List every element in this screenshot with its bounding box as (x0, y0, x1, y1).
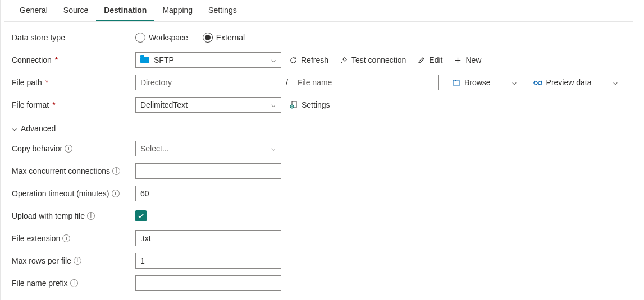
plus-icon (454, 56, 462, 64)
info-icon: i (70, 279, 78, 287)
refresh-icon (289, 56, 298, 64)
radio-external[interactable]: External (203, 33, 245, 43)
info-icon: i (87, 212, 95, 220)
format-settings-label: Settings (302, 100, 330, 109)
new-label: New (465, 56, 481, 64)
required-asterisk: * (45, 78, 48, 87)
max-concurrent-input[interactable] (135, 163, 281, 179)
refresh-label: Refresh (301, 56, 328, 64)
label-copy-behavior: Copy behavior (12, 144, 62, 153)
radio-external-label: External (216, 33, 245, 42)
chevron-down-icon (613, 79, 618, 85)
edit-label: Edit (429, 56, 442, 64)
preview-data-button[interactable]: Preview data (529, 78, 595, 87)
edit-button[interactable]: Edit (414, 56, 446, 64)
refresh-button[interactable]: Refresh (286, 56, 332, 64)
tab-destination[interactable]: Destination (96, 0, 154, 21)
folder-icon (452, 78, 461, 87)
copy-behavior-placeholder: Select... (140, 144, 169, 153)
preview-data-label: Preview data (546, 78, 592, 87)
new-button[interactable]: New (450, 56, 485, 64)
radio-workspace[interactable]: Workspace (135, 33, 188, 43)
radio-circle-icon (203, 33, 213, 43)
directory-input[interactable] (135, 75, 281, 90)
max-rows-input[interactable] (135, 253, 281, 269)
required-asterisk: * (52, 100, 55, 109)
label-max-concurrent: Max concurrent connections (12, 167, 110, 176)
label-file-path: File path (12, 78, 42, 87)
required-asterisk: * (55, 56, 58, 64)
tab-mapping[interactable]: Mapping (154, 0, 200, 21)
info-icon: i (112, 190, 120, 197)
info-icon: i (65, 145, 72, 153)
chevron-down-icon (271, 145, 276, 151)
chevron-down-icon (12, 125, 17, 131)
connection-select[interactable]: SFTP (135, 52, 281, 68)
info-icon: i (112, 167, 120, 175)
file-format-value: DelimitedText (140, 100, 188, 109)
connection-value: SFTP (154, 56, 174, 64)
folder-connection-icon (140, 57, 149, 63)
check-icon (137, 212, 145, 220)
format-settings-button[interactable]: Settings (286, 100, 334, 109)
advanced-toggle[interactable]: Advanced (12, 124, 56, 133)
tab-settings[interactable]: Settings (200, 0, 245, 21)
file-format-select[interactable]: DelimitedText (135, 97, 281, 113)
chevron-down-icon (511, 79, 517, 85)
radio-circle-icon (135, 33, 145, 43)
test-connection-label: Test connection (351, 56, 406, 64)
glasses-icon (533, 79, 543, 86)
path-separator: / (286, 78, 288, 87)
upload-temp-checkbox[interactable] (135, 210, 147, 221)
tabs-bar: General Source Destination Mapping Setti… (4, 0, 633, 22)
label-max-rows: Max rows per file (12, 256, 71, 265)
copy-behavior-select[interactable]: Select... (135, 141, 281, 156)
plug-icon (340, 56, 348, 64)
filename-input[interactable] (293, 75, 439, 90)
chevron-down-icon (271, 57, 276, 62)
info-icon: i (62, 234, 70, 242)
label-file-extension: File extension (12, 234, 60, 243)
label-file-name-prefix: File name prefix (12, 279, 68, 288)
browse-button[interactable]: Browse (449, 78, 494, 87)
file-name-prefix-input[interactable] (135, 275, 281, 291)
tab-general[interactable]: General (12, 0, 56, 21)
label-data-store-type: Data store type (12, 33, 65, 42)
separator (602, 77, 602, 87)
advanced-label: Advanced (21, 124, 56, 133)
label-connection: Connection (12, 56, 52, 64)
radio-workspace-label: Workspace (149, 33, 188, 42)
pencil-icon (417, 56, 426, 64)
test-connection-button[interactable]: Test connection (336, 56, 409, 64)
tab-source[interactable]: Source (56, 0, 96, 21)
file-extension-input[interactable] (135, 230, 281, 246)
label-operation-timeout: Operation timeout (minutes) (12, 189, 109, 198)
browse-label: Browse (464, 78, 491, 87)
separator (501, 77, 501, 87)
label-file-format: File format (12, 100, 49, 109)
settings-file-icon (289, 100, 298, 109)
info-icon: i (74, 257, 81, 265)
operation-timeout-input[interactable] (135, 186, 281, 201)
browse-dropdown[interactable] (508, 80, 520, 85)
chevron-down-icon (271, 101, 276, 107)
preview-data-dropdown[interactable] (609, 80, 622, 85)
label-upload-temp: Upload with temp file (12, 211, 85, 220)
